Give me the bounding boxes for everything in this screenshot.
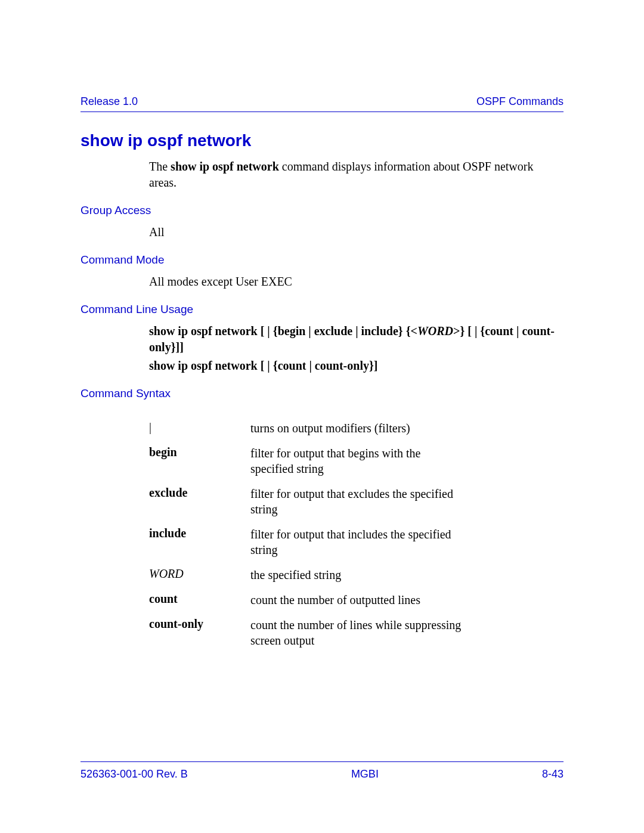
header-right: OSPF Commands [476, 95, 564, 108]
page-title: show ip ospf network [80, 131, 564, 150]
page-footer: 526363-001-00 Rev. B MGBI 8-43 [80, 761, 564, 781]
syntax-key: include [149, 527, 250, 558]
page-header: Release 1.0 OSPF Commands [80, 95, 564, 112]
syntax-row: count-only count the number of lines whi… [149, 617, 564, 648]
header-left: Release 1.0 [80, 95, 138, 108]
section-command-syntax-label: Command Syntax [80, 387, 564, 400]
section-command-line-usage-label: Command Line Usage [80, 303, 564, 316]
syntax-desc: count the number of lines while suppress… [250, 617, 465, 648]
syntax-key: WORD [149, 567, 250, 583]
syntax-key: exclude [149, 486, 250, 517]
usage-line-2: show ip ospf network [ | {count | count-… [149, 358, 564, 374]
usage-line-1: show ip ospf network [ | {begin | exclud… [149, 323, 564, 355]
usage-line-1a: show ip ospf network [ | {begin | exclud… [149, 324, 417, 337]
syntax-desc: filter for output that begins with the s… [250, 445, 465, 476]
syntax-desc: filter for output that includes the spec… [250, 527, 465, 558]
document-page: Release 1.0 OSPF Commands show ip ospf n… [0, 0, 644, 833]
intro-prefix: The [149, 160, 171, 173]
syntax-key: | [149, 420, 250, 436]
syntax-desc: filter for output that excludes the spec… [250, 486, 465, 517]
syntax-table: | turns on output modifiers (filters) be… [149, 420, 564, 648]
section-group-access-label: Group Access [80, 204, 564, 217]
footer-left: 526363-001-00 Rev. B [80, 768, 188, 781]
intro-command: show ip ospf network [171, 160, 279, 173]
footer-right: 8-43 [542, 768, 564, 781]
syntax-row: begin filter for output that begins with… [149, 445, 564, 476]
syntax-row: exclude filter for output that excludes … [149, 486, 564, 517]
intro-paragraph: The show ip ospf network command display… [149, 159, 564, 191]
syntax-desc: the specified string [250, 567, 341, 583]
syntax-key: count-only [149, 617, 250, 648]
syntax-desc: turns on output modifiers (filters) [250, 420, 410, 436]
usage-line-1-word: WORD [417, 324, 453, 337]
syntax-row: WORD the specified string [149, 567, 564, 583]
footer-center: MGBI [351, 768, 379, 781]
syntax-row: count count the number of outputted line… [149, 592, 564, 608]
syntax-row: include filter for output that includes … [149, 527, 564, 558]
syntax-desc: count the number of outputted lines [250, 592, 420, 608]
syntax-key: begin [149, 445, 250, 476]
syntax-row: | turns on output modifiers (filters) [149, 420, 564, 436]
command-mode-value: All modes except User EXEC [149, 274, 564, 290]
group-access-value: All [149, 224, 564, 240]
section-command-mode-label: Command Mode [80, 253, 564, 267]
syntax-key: count [149, 592, 250, 608]
